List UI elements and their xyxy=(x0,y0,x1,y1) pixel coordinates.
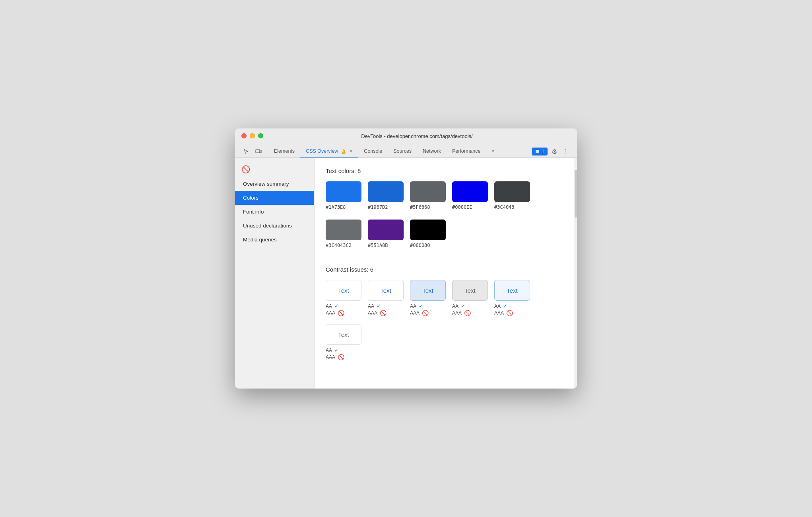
tab-css-overview[interactable]: CSS Overview 🔔 ✕ xyxy=(300,146,358,157)
color-item-3c4043[interactable]: #3C4043 xyxy=(494,181,530,210)
contrast-ratings-1: AA ✓ AAA 🚫 xyxy=(326,303,344,316)
notification-button[interactable]: 1 xyxy=(532,148,548,155)
color-item-000000[interactable]: #000000 xyxy=(410,220,446,248)
aaa-no-icon-3: 🚫 xyxy=(422,310,429,316)
sidebar-item-font-info[interactable]: Font info xyxy=(235,205,314,219)
tab-more[interactable]: » xyxy=(486,146,500,157)
aa-rating-2: AA ✓ xyxy=(368,303,387,309)
swatch-3c4043 xyxy=(494,181,530,202)
contrast-item-6[interactable]: Text AA ✓ AAA 🚫 xyxy=(326,324,361,360)
tab-warning-icon: 🔔 xyxy=(341,149,346,154)
contrast-item-2[interactable]: Text AA ✓ AAA 🚫 xyxy=(368,280,404,316)
aaa-no-icon-5: 🚫 xyxy=(506,310,513,316)
contrast-box-5: Text xyxy=(494,280,530,301)
color-item-1967d2[interactable]: #1967D2 xyxy=(368,181,404,210)
title-bar: DevTools - developer.chrome.com/tags/dev… xyxy=(235,128,577,158)
color-item-0000ee[interactable]: #0000EE xyxy=(452,181,488,210)
contrast-ratings-2: AA ✓ AAA 🚫 xyxy=(368,303,387,316)
color-swatches-grid-2: #3C4043C2 #551A8B #000000 xyxy=(326,220,563,248)
scrollbar-track[interactable] xyxy=(574,158,577,389)
sidebar-item-unused-declarations[interactable]: Unused declarations xyxy=(235,219,314,233)
aaa-no-icon-6: 🚫 xyxy=(338,354,344,360)
contrast-box-1: Text xyxy=(326,280,361,301)
contrast-box-4: Text xyxy=(452,280,488,301)
contrast-box-3: Text xyxy=(410,280,446,301)
sidebar-item-overview[interactable]: Overview summary xyxy=(235,177,314,191)
device-toggle-icon[interactable] xyxy=(253,146,264,157)
contrast-text-3: Text xyxy=(422,287,433,294)
tabs-right-controls: 1 ⚙ ⋮ xyxy=(532,146,571,157)
color-swatches-grid: #1A73E8 #1967D2 #5F6368 #0000EE #3C4043 xyxy=(326,181,563,210)
tab-network[interactable]: Network xyxy=(417,146,447,157)
block-icon: 🚫 xyxy=(235,162,314,177)
aa-check-icon-1: ✓ xyxy=(334,303,339,309)
contrast-grid-row2: Text AA ✓ AAA 🚫 xyxy=(326,324,563,360)
tab-elements[interactable]: Elements xyxy=(268,146,300,157)
close-button[interactable] xyxy=(241,133,247,138)
contrast-item-4[interactable]: Text AA ✓ AAA 🚫 xyxy=(452,280,488,316)
contrast-ratings-4: AA ✓ AAA 🚫 xyxy=(452,303,471,316)
aa-rating-1: AA ✓ xyxy=(326,303,344,309)
swatch-1a73e8 xyxy=(326,181,361,202)
swatch-551a8b xyxy=(368,220,404,240)
aaa-rating-1: AAA 🚫 xyxy=(326,310,344,316)
color-item-3c4043c2[interactable]: #3C4043C2 xyxy=(326,220,361,248)
swatch-label-551a8b: #551A8B xyxy=(368,243,388,248)
maximize-button[interactable] xyxy=(258,133,263,138)
tab-sources[interactable]: Sources xyxy=(388,146,417,157)
contrast-item-3[interactable]: Text AA ✓ AAA 🚫 xyxy=(410,280,446,316)
contrast-item-5[interactable]: Text AA ✓ AAA 🚫 xyxy=(494,280,530,316)
aaa-rating-3: AAA 🚫 xyxy=(410,310,429,316)
contrast-box-6: Text xyxy=(326,324,361,345)
scrollbar-thumb[interactable] xyxy=(575,170,577,218)
devtools-window: DevTools - developer.chrome.com/tags/dev… xyxy=(235,128,577,389)
tab-close-icon[interactable]: ✕ xyxy=(349,149,353,154)
aa-check-icon-6: ✓ xyxy=(334,347,339,353)
contrast-item-1[interactable]: Text AA ✓ AAA 🚫 xyxy=(326,280,361,316)
tab-performance[interactable]: Performance xyxy=(447,146,486,157)
aaa-rating-2: AAA 🚫 xyxy=(368,310,387,316)
swatch-1967d2 xyxy=(368,181,404,202)
swatch-label-3c4043: #3C4043 xyxy=(494,204,515,210)
contrast-text-6: Text xyxy=(338,331,349,338)
sidebar: 🚫 Overview summary Colors Font info Unus… xyxy=(235,158,315,389)
sidebar-item-colors[interactable]: Colors xyxy=(235,191,314,205)
more-options-icon[interactable]: ⋮ xyxy=(561,146,571,157)
window-title: DevTools - developer.chrome.com/tags/dev… xyxy=(263,133,571,139)
swatch-000000 xyxy=(410,220,446,240)
swatch-label-1a73e8: #1A73E8 xyxy=(326,204,346,210)
section-divider xyxy=(326,258,563,258)
svg-rect-1 xyxy=(260,150,261,153)
minimize-button[interactable] xyxy=(250,133,255,138)
aaa-no-icon-4: 🚫 xyxy=(464,310,471,316)
aa-check-icon-4: ✓ xyxy=(461,303,465,309)
aa-rating-6: AA ✓ xyxy=(326,347,344,353)
contrast-grid-row1: Text AA ✓ AAA 🚫 xyxy=(326,280,563,316)
contrast-text-4: Text xyxy=(464,287,476,294)
color-item-551a8b[interactable]: #551A8B xyxy=(368,220,404,248)
cursor-icon[interactable] xyxy=(241,146,252,157)
main-content: 🚫 Overview summary Colors Font info Unus… xyxy=(235,158,577,389)
contrast-issues-title: Contrast issues: 6 xyxy=(326,266,563,273)
contrast-text-1: Text xyxy=(338,287,349,294)
contrast-ratings-6: AA ✓ AAA 🚫 xyxy=(326,347,344,360)
settings-icon[interactable]: ⚙ xyxy=(550,146,559,157)
swatch-label-5f6368: #5F6368 xyxy=(410,204,430,210)
aa-check-icon-5: ✓ xyxy=(503,303,507,309)
color-item-5f6368[interactable]: #5F6368 xyxy=(410,181,446,210)
sidebar-item-media-queries[interactable]: Media queries xyxy=(235,233,314,247)
aa-rating-5: AA ✓ xyxy=(494,303,513,309)
aa-check-icon-2: ✓ xyxy=(377,303,381,309)
tab-console[interactable]: Console xyxy=(358,146,388,157)
aaa-rating-5: AAA 🚫 xyxy=(494,310,513,316)
aaa-no-icon-1: 🚫 xyxy=(338,310,344,316)
svg-rect-0 xyxy=(256,150,260,153)
text-colors-title: Text colors: 8 xyxy=(326,167,563,174)
contrast-ratings-5: AA ✓ AAA 🚫 xyxy=(494,303,513,316)
window-controls xyxy=(241,133,263,138)
contrast-text-2: Text xyxy=(380,287,391,294)
aaa-rating-6: AAA 🚫 xyxy=(326,354,344,360)
aaa-no-icon-2: 🚫 xyxy=(380,310,387,316)
aaa-rating-4: AAA 🚫 xyxy=(452,310,471,316)
color-item-1a73e8[interactable]: #1A73E8 xyxy=(326,181,361,210)
